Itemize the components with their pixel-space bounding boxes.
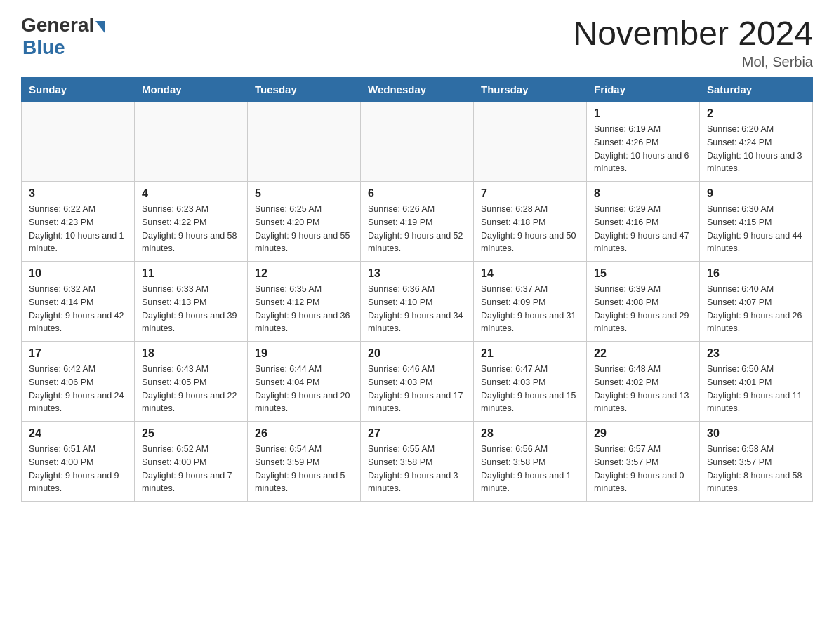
day-number: 10 bbox=[29, 267, 127, 280]
weekday-header-thursday: Thursday bbox=[474, 78, 587, 102]
day-info: Sunrise: 6:29 AM Sunset: 4:16 PM Dayligh… bbox=[594, 203, 692, 255]
calendar-cell: 21Sunrise: 6:47 AM Sunset: 4:03 PM Dayli… bbox=[474, 342, 587, 422]
page-header: General Blue November 2024 Mol, Serbia bbox=[21, 14, 813, 70]
day-number: 16 bbox=[707, 267, 805, 280]
day-info: Sunrise: 6:58 AM Sunset: 3:57 PM Dayligh… bbox=[707, 443, 805, 495]
calendar-cell: 15Sunrise: 6:39 AM Sunset: 4:08 PM Dayli… bbox=[587, 262, 700, 342]
day-info: Sunrise: 6:44 AM Sunset: 4:04 PM Dayligh… bbox=[255, 363, 353, 415]
day-info: Sunrise: 6:52 AM Sunset: 4:00 PM Dayligh… bbox=[142, 443, 240, 495]
logo-arrow-icon bbox=[95, 21, 105, 34]
day-info: Sunrise: 6:42 AM Sunset: 4:06 PM Dayligh… bbox=[29, 363, 127, 415]
day-info: Sunrise: 6:25 AM Sunset: 4:20 PM Dayligh… bbox=[255, 203, 353, 255]
day-number: 27 bbox=[368, 427, 466, 440]
day-number: 24 bbox=[29, 427, 127, 440]
day-number: 18 bbox=[142, 347, 240, 360]
calendar-cell: 14Sunrise: 6:37 AM Sunset: 4:09 PM Dayli… bbox=[474, 262, 587, 342]
day-info: Sunrise: 6:40 AM Sunset: 4:07 PM Dayligh… bbox=[707, 283, 805, 335]
day-number: 6 bbox=[368, 187, 466, 200]
calendar-cell: 3Sunrise: 6:22 AM Sunset: 4:23 PM Daylig… bbox=[22, 182, 135, 262]
calendar-cell bbox=[361, 102, 474, 182]
calendar-cell bbox=[22, 102, 135, 182]
day-info: Sunrise: 6:51 AM Sunset: 4:00 PM Dayligh… bbox=[29, 443, 127, 495]
day-info: Sunrise: 6:39 AM Sunset: 4:08 PM Dayligh… bbox=[594, 283, 692, 335]
day-number: 28 bbox=[481, 427, 579, 440]
weekday-header-wednesday: Wednesday bbox=[361, 78, 474, 102]
day-info: Sunrise: 6:20 AM Sunset: 4:24 PM Dayligh… bbox=[707, 123, 805, 175]
calendar-cell: 6Sunrise: 6:26 AM Sunset: 4:19 PM Daylig… bbox=[361, 182, 474, 262]
day-info: Sunrise: 6:32 AM Sunset: 4:14 PM Dayligh… bbox=[29, 283, 127, 335]
calendar-week-3: 10Sunrise: 6:32 AM Sunset: 4:14 PM Dayli… bbox=[22, 262, 813, 342]
day-number: 30 bbox=[707, 427, 805, 440]
day-number: 20 bbox=[368, 347, 466, 360]
weekday-header-friday: Friday bbox=[587, 78, 700, 102]
calendar-week-2: 3Sunrise: 6:22 AM Sunset: 4:23 PM Daylig… bbox=[22, 182, 813, 262]
day-info: Sunrise: 6:35 AM Sunset: 4:12 PM Dayligh… bbox=[255, 283, 353, 335]
calendar-cell: 4Sunrise: 6:23 AM Sunset: 4:22 PM Daylig… bbox=[135, 182, 248, 262]
day-info: Sunrise: 6:48 AM Sunset: 4:02 PM Dayligh… bbox=[594, 363, 692, 415]
calendar-cell: 22Sunrise: 6:48 AM Sunset: 4:02 PM Dayli… bbox=[587, 342, 700, 422]
day-info: Sunrise: 6:19 AM Sunset: 4:26 PM Dayligh… bbox=[594, 123, 692, 175]
location-title: Mol, Serbia bbox=[573, 54, 813, 70]
day-number: 8 bbox=[594, 187, 692, 200]
calendar-cell: 7Sunrise: 6:28 AM Sunset: 4:18 PM Daylig… bbox=[474, 182, 587, 262]
day-info: Sunrise: 6:57 AM Sunset: 3:57 PM Dayligh… bbox=[594, 443, 692, 495]
day-number: 29 bbox=[594, 427, 692, 440]
calendar-cell: 1Sunrise: 6:19 AM Sunset: 4:26 PM Daylig… bbox=[587, 102, 700, 182]
logo-blue-text: Blue bbox=[22, 36, 65, 59]
day-number: 9 bbox=[707, 187, 805, 200]
day-number: 2 bbox=[707, 107, 805, 120]
calendar-cell bbox=[474, 102, 587, 182]
day-number: 7 bbox=[481, 187, 579, 200]
day-info: Sunrise: 6:26 AM Sunset: 4:19 PM Dayligh… bbox=[368, 203, 466, 255]
day-info: Sunrise: 6:28 AM Sunset: 4:18 PM Dayligh… bbox=[481, 203, 579, 255]
day-number: 19 bbox=[255, 347, 353, 360]
day-info: Sunrise: 6:43 AM Sunset: 4:05 PM Dayligh… bbox=[142, 363, 240, 415]
calendar-cell: 19Sunrise: 6:44 AM Sunset: 4:04 PM Dayli… bbox=[248, 342, 361, 422]
day-info: Sunrise: 6:33 AM Sunset: 4:13 PM Dayligh… bbox=[142, 283, 240, 335]
calendar-cell: 9Sunrise: 6:30 AM Sunset: 4:15 PM Daylig… bbox=[700, 182, 813, 262]
weekday-header-tuesday: Tuesday bbox=[248, 78, 361, 102]
calendar-header-row: SundayMondayTuesdayWednesdayThursdayFrid… bbox=[22, 78, 813, 102]
calendar-week-4: 17Sunrise: 6:42 AM Sunset: 4:06 PM Dayli… bbox=[22, 342, 813, 422]
day-number: 12 bbox=[255, 267, 353, 280]
calendar-cell: 10Sunrise: 6:32 AM Sunset: 4:14 PM Dayli… bbox=[22, 262, 135, 342]
calendar-cell: 5Sunrise: 6:25 AM Sunset: 4:20 PM Daylig… bbox=[248, 182, 361, 262]
calendar-table: SundayMondayTuesdayWednesdayThursdayFrid… bbox=[21, 77, 813, 502]
title-block: November 2024 Mol, Serbia bbox=[573, 14, 813, 70]
calendar-cell: 2Sunrise: 6:20 AM Sunset: 4:24 PM Daylig… bbox=[700, 102, 813, 182]
day-info: Sunrise: 6:36 AM Sunset: 4:10 PM Dayligh… bbox=[368, 283, 466, 335]
day-info: Sunrise: 6:23 AM Sunset: 4:22 PM Dayligh… bbox=[142, 203, 240, 255]
calendar-cell: 16Sunrise: 6:40 AM Sunset: 4:07 PM Dayli… bbox=[700, 262, 813, 342]
calendar-cell: 20Sunrise: 6:46 AM Sunset: 4:03 PM Dayli… bbox=[361, 342, 474, 422]
day-info: Sunrise: 6:47 AM Sunset: 4:03 PM Dayligh… bbox=[481, 363, 579, 415]
calendar-cell: 23Sunrise: 6:50 AM Sunset: 4:01 PM Dayli… bbox=[700, 342, 813, 422]
calendar-week-5: 24Sunrise: 6:51 AM Sunset: 4:00 PM Dayli… bbox=[22, 422, 813, 502]
calendar-cell: 18Sunrise: 6:43 AM Sunset: 4:05 PM Dayli… bbox=[135, 342, 248, 422]
calendar-cell: 13Sunrise: 6:36 AM Sunset: 4:10 PM Dayli… bbox=[361, 262, 474, 342]
day-number: 1 bbox=[594, 107, 692, 120]
calendar-cell: 29Sunrise: 6:57 AM Sunset: 3:57 PM Dayli… bbox=[587, 422, 700, 502]
day-number: 14 bbox=[481, 267, 579, 280]
calendar-cell: 25Sunrise: 6:52 AM Sunset: 4:00 PM Dayli… bbox=[135, 422, 248, 502]
calendar-cell: 27Sunrise: 6:55 AM Sunset: 3:58 PM Dayli… bbox=[361, 422, 474, 502]
weekday-header-sunday: Sunday bbox=[22, 78, 135, 102]
day-info: Sunrise: 6:30 AM Sunset: 4:15 PM Dayligh… bbox=[707, 203, 805, 255]
month-title: November 2024 bbox=[573, 14, 813, 53]
calendar-cell bbox=[248, 102, 361, 182]
weekday-header-monday: Monday bbox=[135, 78, 248, 102]
day-info: Sunrise: 6:54 AM Sunset: 3:59 PM Dayligh… bbox=[255, 443, 353, 495]
day-info: Sunrise: 6:56 AM Sunset: 3:58 PM Dayligh… bbox=[481, 443, 579, 495]
day-number: 22 bbox=[594, 347, 692, 360]
day-info: Sunrise: 6:46 AM Sunset: 4:03 PM Dayligh… bbox=[368, 363, 466, 415]
calendar-week-1: 1Sunrise: 6:19 AM Sunset: 4:26 PM Daylig… bbox=[22, 102, 813, 182]
day-number: 23 bbox=[707, 347, 805, 360]
day-number: 3 bbox=[29, 187, 127, 200]
calendar-cell: 12Sunrise: 6:35 AM Sunset: 4:12 PM Dayli… bbox=[248, 262, 361, 342]
day-info: Sunrise: 6:55 AM Sunset: 3:58 PM Dayligh… bbox=[368, 443, 466, 495]
calendar-cell: 30Sunrise: 6:58 AM Sunset: 3:57 PM Dayli… bbox=[700, 422, 813, 502]
calendar-cell: 11Sunrise: 6:33 AM Sunset: 4:13 PM Dayli… bbox=[135, 262, 248, 342]
calendar-cell bbox=[135, 102, 248, 182]
day-number: 4 bbox=[142, 187, 240, 200]
day-number: 17 bbox=[29, 347, 127, 360]
day-number: 13 bbox=[368, 267, 466, 280]
